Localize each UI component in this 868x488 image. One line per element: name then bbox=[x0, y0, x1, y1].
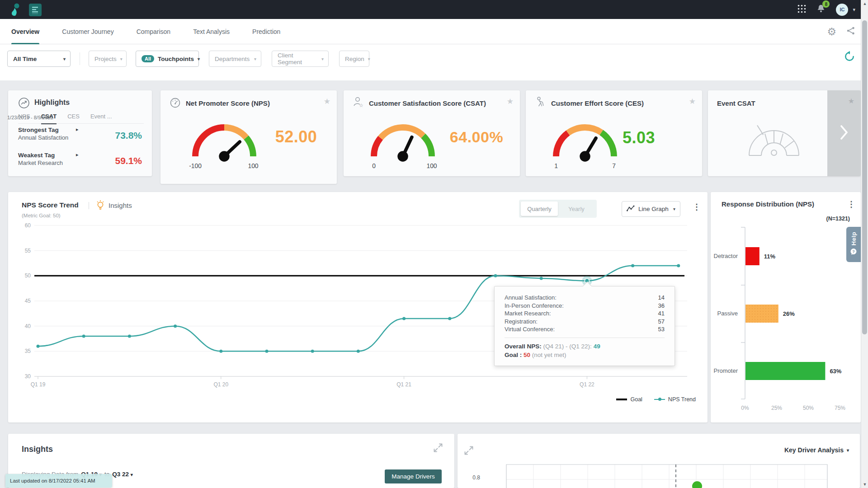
highlights-tab-ces[interactable]: CES bbox=[67, 113, 80, 120]
line-chart-icon bbox=[627, 205, 635, 213]
tab-customer-journey[interactable]: Customer Journey bbox=[62, 19, 113, 44]
tooltip-row: Annual Satisfaction:14 bbox=[505, 294, 665, 302]
chevron-right-icon[interactable]: ▸ bbox=[76, 152, 79, 158]
legend-goal: Goal bbox=[616, 396, 642, 403]
settings-gear-icon[interactable]: ⚙ bbox=[827, 27, 836, 37]
favorite-star-icon[interactable]: ★ bbox=[689, 97, 696, 106]
svg-text:Q1 19: Q1 19 bbox=[31, 381, 46, 388]
svg-text:Promoter: Promoter bbox=[714, 367, 738, 374]
date-range-label: 1/23/2019 - 8/9/2022 bbox=[7, 115, 53, 120]
manage-drivers-button[interactable]: Manage Drivers bbox=[385, 469, 442, 483]
svg-text:45: 45 bbox=[25, 298, 31, 304]
csat-gauge-card[interactable]: ☆ Customer Satisfaction Score (CSAT) ★ 0… bbox=[344, 90, 520, 176]
event-csat-title: Event CSAT bbox=[717, 99, 755, 107]
nps-value: 52.00 bbox=[258, 127, 335, 146]
svg-text:25%: 25% bbox=[771, 405, 782, 411]
response-distribution-panel: Response Distribution (NPS) ⋮ (N=1321) D… bbox=[711, 192, 861, 422]
touchpoints-dropdown[interactable]: All Touchpoints ▾ bbox=[136, 51, 199, 67]
svg-text:Q1 22: Q1 22 bbox=[580, 381, 594, 388]
client-segment-dropdown[interactable]: Client Segment▾ bbox=[272, 51, 329, 67]
apps-grid-icon[interactable] bbox=[797, 5, 806, 15]
top-navbar: 8 IC ▾ bbox=[0, 0, 868, 19]
help-question-icon: ? bbox=[850, 248, 857, 257]
chart-tooltip: Annual Satisfaction:14 In-Person Confere… bbox=[494, 286, 675, 366]
chevron-down-icon: ▾ bbox=[673, 206, 675, 211]
highlights-tab-event[interactable]: Event ... bbox=[90, 113, 112, 120]
tab-prediction[interactable]: Prediction bbox=[252, 19, 280, 44]
toggle-quarterly[interactable]: Quarterly bbox=[521, 202, 558, 216]
region-dropdown[interactable]: Region▾ bbox=[339, 51, 369, 67]
carousel-next-icon[interactable] bbox=[840, 125, 848, 141]
filter-divider bbox=[80, 52, 80, 65]
svg-text:☆: ☆ bbox=[359, 103, 363, 108]
time-range-dropdown[interactable]: All Time▾ bbox=[7, 51, 71, 67]
svg-text:60: 60 bbox=[25, 222, 31, 229]
tooltip-overall-nps: Overall NPS: (Q4 21) - (Q1 22): 49 bbox=[505, 342, 665, 351]
avatar[interactable]: IC bbox=[836, 4, 848, 16]
app-switcher-logo-icon[interactable] bbox=[29, 4, 42, 18]
svg-text:100: 100 bbox=[248, 162, 258, 169]
last-updated-tooltip: Last updated on 8/17/2022 05:41 AM bbox=[5, 474, 112, 488]
scroll-down-icon[interactable]: ▼ bbox=[861, 482, 868, 487]
goal-line-swatch bbox=[616, 399, 627, 400]
svg-text:30: 30 bbox=[25, 373, 31, 380]
avatar-chevron-down-icon[interactable]: ▾ bbox=[853, 7, 855, 13]
gauge-placeholder-icon bbox=[743, 116, 805, 161]
chevron-right-icon[interactable]: ▸ bbox=[76, 127, 79, 132]
nav-tabs: Overview Customer Journey Comparison Tex… bbox=[11, 19, 280, 44]
departments-dropdown[interactable]: Departments▾ bbox=[209, 51, 261, 67]
tooltip-row: Registration:57 bbox=[505, 318, 665, 326]
strongest-score: 73.8% bbox=[90, 130, 142, 141]
favorite-star-icon[interactable]: ★ bbox=[324, 97, 330, 106]
nps-gauge: -100100 bbox=[181, 114, 268, 172]
favorite-star-icon[interactable]: ★ bbox=[507, 97, 514, 106]
nps-card-title: Net Promoter Score (NPS) bbox=[186, 99, 270, 107]
svg-text:63%: 63% bbox=[830, 368, 841, 375]
ces-card-title: Customer Effort Score (CES) bbox=[551, 99, 644, 107]
response-distribution-chart[interactable]: Detractor11%Passive26%Promoter63%0%25%50… bbox=[711, 224, 861, 418]
nps-gauge-card[interactable]: Net Promoter Score (NPS) ★ -100100 52.00 bbox=[160, 90, 337, 184]
distribution-menu-kebab-icon[interactable]: ⋮ bbox=[847, 200, 855, 208]
vertical-scrollbar[interactable]: ▲ ▼ bbox=[861, 0, 868, 488]
trend-line-swatch bbox=[654, 399, 665, 400]
chart-type-dropdown[interactable]: Line Graph ▾ bbox=[622, 201, 680, 217]
lightbulb-icon bbox=[96, 200, 105, 212]
weakest-tag-value: Market Research bbox=[18, 160, 63, 166]
event-csat-card[interactable]: Event CSAT ★ bbox=[708, 90, 861, 176]
share-icon[interactable] bbox=[846, 26, 855, 38]
insights-title: Insights bbox=[22, 445, 53, 454]
strongest-tag-value: Annual Satisfaction bbox=[18, 134, 68, 141]
tab-text-analysis[interactable]: Text Analysis bbox=[193, 19, 230, 44]
scroll-up-icon[interactable]: ▲ bbox=[861, 1, 868, 6]
svg-text:-100: -100 bbox=[189, 162, 202, 169]
svg-text:0%: 0% bbox=[741, 405, 749, 411]
projects-dropdown[interactable]: Projects▾ bbox=[89, 51, 127, 67]
highlights-card: Highlights NPS CSAT CES Event ... Strong… bbox=[8, 90, 152, 176]
svg-text:35: 35 bbox=[25, 348, 31, 354]
brand-logo-icon[interactable] bbox=[8, 2, 23, 19]
svg-text:Q1 21: Q1 21 bbox=[396, 381, 411, 388]
ces-value: 5.03 bbox=[600, 128, 677, 147]
insights-link[interactable]: Insights bbox=[108, 202, 132, 209]
carousel-overlay: ★ bbox=[827, 90, 861, 176]
notifications-bell-icon[interactable]: 8 bbox=[816, 3, 826, 16]
key-driver-chart[interactable] bbox=[458, 434, 860, 488]
svg-text:55: 55 bbox=[25, 248, 31, 254]
tab-comparison[interactable]: Comparison bbox=[137, 19, 170, 44]
csat-value: 64.00% bbox=[433, 128, 520, 146]
weakest-tag-label: Weakest Tag bbox=[18, 152, 55, 159]
help-tab[interactable]: Help ? bbox=[846, 227, 861, 262]
ces-gauge-card[interactable]: Customer Effort Score (CES) ★ 17 5.03 bbox=[526, 90, 702, 176]
svg-text:Q1 20: Q1 20 bbox=[213, 381, 228, 388]
refresh-icon[interactable] bbox=[844, 51, 855, 64]
expand-icon[interactable] bbox=[433, 443, 443, 455]
tab-overview[interactable]: Overview bbox=[11, 19, 39, 44]
weakest-score: 59.1% bbox=[90, 155, 142, 166]
toggle-yearly[interactable]: Yearly bbox=[558, 202, 595, 216]
svg-text:Detractor: Detractor bbox=[714, 253, 738, 259]
trend-menu-kebab-icon[interactable]: ⋮ bbox=[693, 203, 701, 211]
svg-text:26%: 26% bbox=[783, 310, 795, 317]
scrollbar-thumb[interactable] bbox=[862, 20, 867, 334]
touchpoints-all-badge: All bbox=[142, 55, 154, 62]
to-quarter-dropdown[interactable]: Q3 22 ▾ bbox=[112, 471, 133, 478]
